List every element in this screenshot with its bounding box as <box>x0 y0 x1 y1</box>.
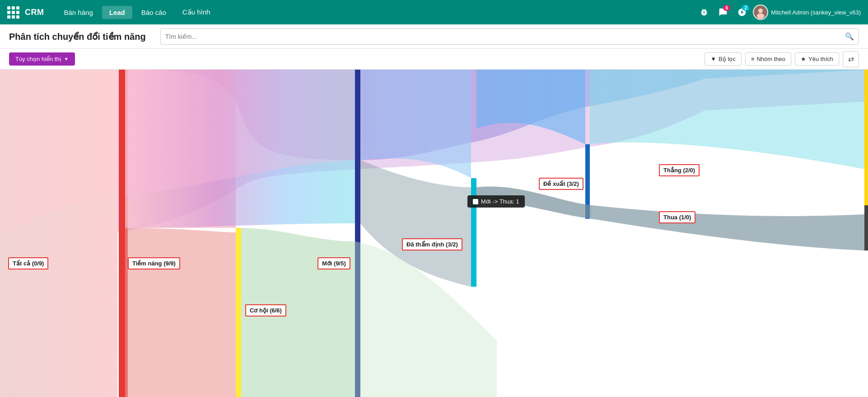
activity-icon-btn[interactable]: 2 <box>734 4 750 20</box>
user-name[interactable]: Mitchell Admin (sankey_view_v63) <box>771 9 861 16</box>
svg-point-2 <box>757 14 765 19</box>
page-toolbar: Phân tích chuyển đổi tiềm năng 🔍 <box>0 24 868 49</box>
star-icon: ★ <box>801 56 806 62</box>
label-thua[interactable]: Thua (1/0) <box>659 211 695 223</box>
app-logo[interactable]: CRM <box>25 8 44 17</box>
filter-button[interactable]: ▼ Bộ lọc <box>705 52 742 66</box>
svg-rect-5 <box>236 228 241 397</box>
label-da-tham-dinh[interactable]: Đã thẩm định (3/2) <box>402 238 462 250</box>
top-navigation: CRM Bán hàng Lead Báo cáo Cấu hình 6 2 M… <box>0 0 868 24</box>
bug-icon-btn[interactable] <box>696 4 712 20</box>
chat-badge: 6 <box>723 5 730 11</box>
nav-bao-cao[interactable]: Báo cáo <box>134 6 173 19</box>
label-tat-ca[interactable]: Tất cả (0/9) <box>8 257 48 269</box>
svg-rect-7 <box>471 178 476 287</box>
sankey-diagram-area: Tất cả (0/9) Tiềm năng (9/9) Mới (9/5) C… <box>0 70 868 397</box>
nav-lead[interactable]: Lead <box>102 6 132 19</box>
search-input[interactable] <box>165 33 845 40</box>
label-moi[interactable]: Mới (9/5) <box>317 257 350 269</box>
chat-icon-btn[interactable]: 6 <box>715 4 731 20</box>
tooltip-text: Mới -> Thua: 1 <box>481 198 519 205</box>
group-label: Nhóm theo <box>756 56 785 62</box>
display-options-button[interactable]: Tùy chọn hiển thị ▼ <box>9 52 75 66</box>
svg-rect-4 <box>119 70 125 397</box>
page-title: Phân tích chuyển đổi tiềm năng <box>9 31 146 42</box>
apps-menu-icon[interactable] <box>7 6 19 19</box>
label-de-xuat[interactable]: Đề xuất (3/2) <box>539 178 583 190</box>
nav-cau-hinh[interactable]: Cấu hình <box>175 5 218 19</box>
svg-rect-10 <box>864 205 868 250</box>
svg-point-1 <box>758 9 763 13</box>
filter-label: Bộ lọc <box>719 56 736 62</box>
filter-icon: ▼ <box>710 56 716 62</box>
activity-badge: 2 <box>742 5 749 11</box>
tooltip-dot <box>473 199 478 204</box>
sankey-svg <box>0 70 868 397</box>
chevron-down-icon: ▼ <box>64 57 69 61</box>
search-bar[interactable]: 🔍 <box>160 28 859 45</box>
group-button[interactable]: ≡ Nhóm theo <box>745 52 791 66</box>
shuffle-button[interactable]: ⇄ <box>843 51 859 67</box>
sankey-tooltip: Mới -> Thua: 1 <box>467 195 525 208</box>
favorites-button[interactable]: ★ Yêu thích <box>795 52 839 66</box>
user-avatar[interactable] <box>753 5 768 20</box>
shuffle-icon: ⇄ <box>848 55 854 63</box>
label-tiem-nang[interactable]: Tiềm năng (9/9) <box>128 257 180 269</box>
fav-label: Yêu thích <box>808 56 833 62</box>
filters-bar: Tùy chọn hiển thị ▼ ▼ Bộ lọc ≡ Nhóm theo… <box>0 49 868 70</box>
label-co-hoi[interactable]: Cơ hội (6/6) <box>245 304 286 317</box>
svg-rect-9 <box>864 70 868 214</box>
nav-ban-hang[interactable]: Bán hàng <box>57 6 100 19</box>
group-icon: ≡ <box>751 56 755 62</box>
display-btn-label: Tùy chọn hiển thị <box>15 56 61 62</box>
search-icon: 🔍 <box>845 32 854 41</box>
label-thang[interactable]: Thắng (2/0) <box>659 164 700 176</box>
